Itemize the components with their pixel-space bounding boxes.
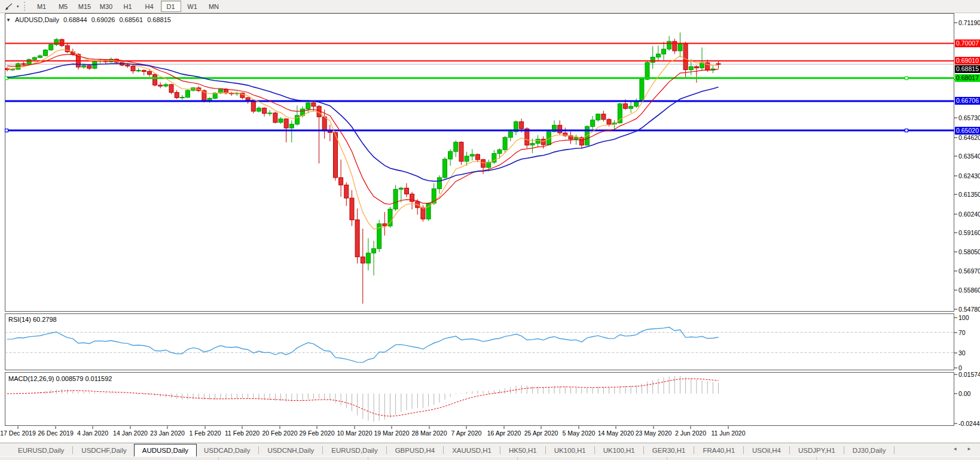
price-tick: 0.59160 [958, 229, 980, 236]
tab-ger30-h1[interactable]: GER30,H1 [645, 445, 693, 456]
price-tick: 0.62430 [958, 172, 980, 179]
tab-separator [72, 446, 73, 454]
date-label: 16 Apr 2020 [487, 429, 521, 437]
rsi-label: RSI(14) 60.2798 [8, 316, 57, 323]
price-tick: 0.56970 [958, 267, 980, 275]
macd-tick: -0.024412 [958, 420, 980, 427]
tab-uk100-h1-2[interactable]: UK100,H1 [596, 445, 642, 456]
date-label: 5 May 2020 [563, 429, 596, 437]
tab-separator [694, 446, 694, 454]
hline-price-label-0.66706[interactable]: 0.66706 [955, 97, 980, 105]
timeframe-button-h1[interactable]: H1 [118, 1, 138, 12]
timeframe-toolbar: ▾ M1 M5 M15 M30 H1 H4 D1 W1 MN [0, 0, 980, 13]
tab-uk100-h1-1[interactable]: UK100,H1 [547, 445, 593, 456]
date-label: 14 May 2020 [598, 429, 634, 437]
tab-audusd-daily[interactable]: AUDUSD,Daily [134, 444, 197, 457]
rsi-tick: 70 [958, 329, 980, 336]
tab-separator [789, 446, 790, 454]
date-label: 17 Dec 2019 [0, 429, 36, 437]
tab-separator [594, 446, 595, 454]
rsi-tick: 30 [958, 349, 980, 357]
date-label: 7 Apr 2020 [451, 429, 482, 437]
date-label: 2 Jun 2020 [675, 429, 706, 437]
tool-dropdown-caret[interactable]: ▾ [17, 4, 19, 9]
line-draw-tool-icon[interactable] [1, 1, 17, 11]
status-bar [0, 456, 980, 460]
timeframe-button-d1[interactable]: D1 [161, 1, 181, 12]
tab-separator [500, 446, 500, 454]
ohlc-high: 0.69026 [91, 16, 115, 23]
tab-usdcnh-daily[interactable]: USDCNH,Daily [260, 445, 321, 456]
toolbar-grip [24, 2, 28, 11]
macd-tick: 0.00 [958, 390, 980, 397]
timeframe-button-m1[interactable]: M1 [32, 1, 52, 12]
tab-xauusd-h1[interactable]: XAUUSD,H1 [445, 445, 499, 456]
price-tick: 0.55860 [958, 287, 980, 294]
tab-usdchf-daily[interactable]: USDCHF,Daily [74, 445, 133, 456]
tab-separator [844, 446, 844, 454]
current-price-label: 0.68815 [955, 65, 980, 73]
ohlc-close: 0.68815 [147, 16, 171, 23]
tab-scroll-left-icon[interactable]: ◄ [952, 446, 957, 452]
hline-price-label-0.69010[interactable]: 0.69010 [955, 57, 980, 65]
tab-eurusd-daily-2[interactable]: EURUSD,Daily [324, 445, 384, 456]
tab-eurusd-daily-1[interactable]: EURUSD,Daily [11, 445, 71, 456]
price-tick: 0.54780 [958, 306, 980, 313]
tab-gbpusd-h4[interactable]: GBPUSD,H4 [388, 445, 442, 456]
tab-separator [643, 446, 644, 454]
tab-usdjpy-h1[interactable]: USDJPY,H1 [791, 445, 842, 456]
chart-canvas[interactable] [0, 0, 980, 460]
tab-separator [386, 446, 387, 454]
rsi-tick: 100 [958, 314, 980, 321]
tab-scroll-right-icon[interactable]: ► [967, 446, 972, 452]
date-label: 23 May 2020 [636, 429, 672, 437]
date-label: 23 Jan 2020 [150, 429, 185, 437]
tab-usoil-h4[interactable]: USOil,H4 [745, 445, 788, 456]
tab-separator [322, 446, 323, 454]
chart-title: ▼ AUDUSD,Daily 0.68844 0.69026 0.68561 0… [6, 16, 171, 23]
date-label: 19 Mar 2020 [374, 429, 410, 437]
timeframe-button-m30[interactable]: M30 [96, 1, 117, 12]
date-label: 20 Feb 2020 [262, 429, 298, 437]
tab-usdcad-daily[interactable]: USDCAD,Daily [197, 445, 257, 456]
price-tick: 0.63540 [958, 153, 980, 160]
date-label: 14 Jan 2020 [113, 429, 148, 437]
tab-separator [743, 446, 744, 454]
hline-price-label-0.68017[interactable]: 0.68017 [955, 74, 980, 82]
hline-price-label-0.70007[interactable]: 0.70007 [955, 39, 980, 47]
tab-hk50-h1[interactable]: HK50,H1 [502, 445, 544, 456]
date-label: 1 Feb 2020 [189, 429, 221, 437]
ohlc-open: 0.68844 [63, 16, 87, 23]
chart-symbol-label: AUDUSD,Daily [15, 16, 59, 23]
date-label: 11 Jun 2020 [711, 429, 745, 437]
price-tick: 0.65730 [958, 114, 980, 121]
timeframe-button-m15[interactable]: M15 [75, 1, 95, 12]
hline-price-label-0.65020[interactable]: 0.65020 [955, 127, 980, 135]
price-tick: 0.60240 [958, 211, 980, 218]
timeframe-button-h4[interactable]: H4 [139, 1, 160, 12]
tab-separator [545, 446, 546, 454]
macd-tick: 0.015741 [958, 371, 980, 378]
macd-label: MACD(12,26,9) 0.008579 0.011592 [8, 375, 112, 382]
timeframe-button-m5[interactable]: M5 [53, 1, 74, 12]
tab-dj30-daily[interactable]: DJ30,Daily [845, 445, 893, 456]
ohlc-low: 0.68561 [119, 16, 143, 23]
date-label: 28 Mar 2020 [412, 429, 447, 437]
tab-separator [894, 446, 894, 454]
timeframe-button-mn[interactable]: MN [204, 1, 224, 12]
tab-separator [443, 446, 444, 454]
timeframe-button-w1[interactable]: W1 [182, 1, 203, 12]
chart-tab-bar: EURUSD,Daily USDCHF,Daily AUDUSD,Daily U… [0, 443, 980, 456]
date-label: 26 Dec 2019 [38, 429, 74, 437]
date-label: 25 Apr 2020 [524, 429, 558, 437]
tab-separator [258, 446, 259, 454]
tab-fra40-h1[interactable]: FRA40,H1 [695, 445, 742, 456]
price-tick: 0.64620 [958, 134, 980, 141]
mt4-window: { "toolbar": { "tool_icon": "line-draw-t… [0, 0, 980, 460]
price-tick: 0.61350 [958, 191, 980, 198]
chart-collapse-icon[interactable]: ▼ [6, 17, 11, 23]
price-tick: 0.71190 [958, 19, 980, 26]
date-label: 4 Jan 2020 [77, 429, 108, 437]
date-label: 11 Feb 2020 [225, 429, 259, 437]
date-label: 10 Mar 2020 [337, 429, 373, 437]
